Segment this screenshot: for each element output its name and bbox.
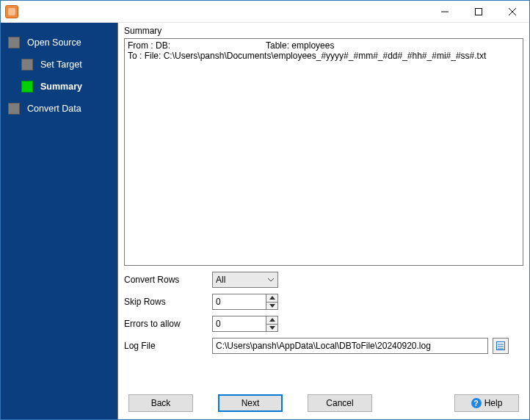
- sidebar-item-label: Open Source: [27, 37, 81, 48]
- spin-up-button[interactable]: [266, 294, 277, 303]
- sidebar-item-label: Summary: [40, 82, 82, 92]
- spinner-buttons: [266, 316, 277, 331]
- chevron-down-icon: [267, 275, 275, 284]
- row-convert-rows: Convert Rows All: [124, 272, 523, 288]
- summary-text[interactable]: From : DB:Table: employees To : File: C:…: [124, 38, 523, 266]
- svg-marker-5: [269, 304, 275, 308]
- browse-log-button[interactable]: [493, 338, 509, 354]
- help-label: Help: [484, 398, 503, 408]
- sidebar-item-set-target[interactable]: Set Target: [1, 54, 117, 76]
- titlebar-left: [1, 5, 18, 18]
- row-log-file: Log File C:\Users\pansh\AppData\Local\DB…: [124, 338, 523, 354]
- skip-rows-input[interactable]: 0: [212, 294, 278, 310]
- body: Open Source Set Target Summary Convert D…: [1, 23, 529, 419]
- step-box-icon: [8, 103, 20, 115]
- errors-label: Errors to allow: [124, 319, 212, 329]
- skip-rows-value: 0: [216, 297, 221, 307]
- spin-down-button[interactable]: [266, 325, 277, 332]
- row-errors: Errors to allow 0: [124, 316, 523, 332]
- main-panel: Summary From : DB:Table: employees To : …: [118, 23, 529, 419]
- step-box-icon: [21, 81, 33, 93]
- errors-value: 0: [216, 319, 221, 329]
- svg-marker-6: [269, 318, 275, 322]
- browse-icon: [495, 341, 506, 351]
- skip-rows-label: Skip Rows: [124, 297, 212, 307]
- log-file-label: Log File: [124, 341, 212, 351]
- svg-marker-4: [269, 296, 275, 300]
- window-controls: [428, 1, 529, 23]
- maximize-button[interactable]: [462, 1, 495, 23]
- convert-rows-value: All: [216, 275, 225, 285]
- svg-marker-7: [269, 326, 275, 330]
- back-button[interactable]: Back: [128, 394, 193, 412]
- help-button[interactable]: ? Help: [454, 394, 519, 412]
- summary-from-prefix: From : DB:: [128, 40, 170, 51]
- triangle-down-icon: [269, 326, 275, 330]
- convert-rows-select[interactable]: All: [212, 272, 278, 288]
- panel-title: Summary: [118, 23, 529, 38]
- row-skip-rows: Skip Rows 0: [124, 294, 523, 310]
- sidebar-item-label: Set Target: [40, 59, 82, 70]
- errors-input[interactable]: 0: [212, 316, 278, 332]
- spin-up-button[interactable]: [266, 316, 277, 325]
- step-box-icon: [8, 37, 20, 48]
- spacer: [118, 360, 529, 387]
- triangle-down-icon: [269, 304, 275, 308]
- cancel-button[interactable]: Cancel: [308, 394, 372, 412]
- app-window: Open Source Set Target Summary Convert D…: [0, 0, 530, 420]
- app-icon: [5, 5, 18, 18]
- wizard-button-bar: Back Next Cancel ? Help: [118, 387, 529, 419]
- sidebar-item-label: Convert Data: [27, 104, 81, 114]
- log-file-value: C:\Users\pansh\AppData\Local\DBToFile\20…: [216, 341, 431, 351]
- close-icon: [509, 8, 516, 15]
- summary-line-to: To : File: C:\Users\pansh\Documents\empl…: [128, 51, 520, 61]
- minimize-icon: [441, 8, 449, 15]
- close-button[interactable]: [495, 1, 529, 23]
- spinner-buttons: [266, 294, 277, 309]
- minimize-button[interactable]: [428, 1, 462, 23]
- triangle-up-icon: [269, 296, 275, 300]
- options-form: Convert Rows All Skip Rows 0: [118, 266, 529, 360]
- convert-rows-label: Convert Rows: [124, 275, 212, 285]
- back-label: Back: [151, 398, 171, 408]
- titlebar: [1, 1, 529, 23]
- next-button[interactable]: Next: [218, 394, 283, 412]
- sidebar-item-convert-data[interactable]: Convert Data: [1, 98, 117, 120]
- triangle-up-icon: [269, 318, 275, 322]
- cancel-label: Cancel: [326, 398, 353, 408]
- log-file-input[interactable]: C:\Users\pansh\AppData\Local\DBToFile\20…: [212, 338, 488, 354]
- svg-rect-1: [476, 8, 482, 15]
- spin-down-button[interactable]: [266, 303, 277, 310]
- maximize-icon: [475, 8, 482, 15]
- step-box-icon: [21, 59, 33, 70]
- sidebar-item-summary[interactable]: Summary: [1, 76, 117, 98]
- sidebar-item-open-source[interactable]: Open Source: [1, 32, 117, 54]
- summary-from-table: Table: employees: [266, 40, 334, 51]
- wizard-sidebar: Open Source Set Target Summary Convert D…: [1, 23, 118, 419]
- next-label: Next: [242, 398, 260, 408]
- summary-line-from: From : DB:Table: employees: [128, 40, 520, 51]
- help-icon: ?: [471, 398, 482, 408]
